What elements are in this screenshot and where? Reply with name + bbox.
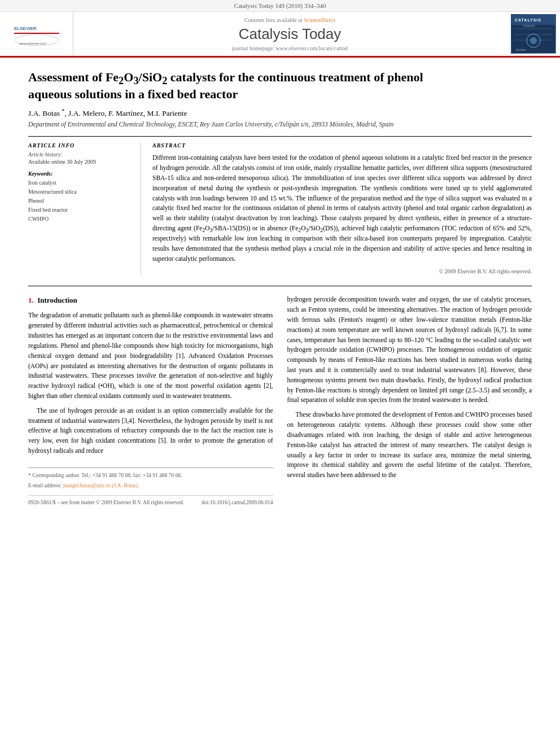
intro-para-1: The degradation of aromatic pollutants s… <box>28 311 273 401</box>
journal-citation-bar: Catalysis Today 149 (2010) 334–340 <box>0 0 560 12</box>
abstract-heading: ABSTRACT <box>152 142 532 148</box>
journal-header: ELSEVIER www.elsevier.com Contents lists… <box>0 12 560 58</box>
elsevier-logo-area: ELSEVIER www.elsevier.com <box>0 12 73 56</box>
affiliation-text: Department of Environmental and Chemical… <box>28 121 532 128</box>
journal-title-area: Contents lists available at ScienceDirec… <box>73 12 506 56</box>
section-1-heading: 1. Introduction <box>28 295 273 306</box>
body-right-column: hydrogen peroxide decomposition towards … <box>287 295 532 507</box>
article-info-left: Article info Article history: Available … <box>28 142 141 274</box>
authors-line: J.A. Botas *, J.A. Melero, F. Martínez, … <box>28 109 532 118</box>
keyword-mesostructured-silica: Mesostructured silica <box>28 187 132 196</box>
article-title: Assessment of Fe2O3/SiO2 catalysts for t… <box>28 69 532 102</box>
article-info-heading: Article info <box>28 142 132 148</box>
elsevier-logo-icon: ELSEVIER www.elsevier.com <box>11 19 62 50</box>
intro-para-4: These drawbacks have promoted the develo… <box>287 410 532 480</box>
journal-name: Catalysis Today <box>239 25 342 43</box>
sciencedirect-text: Contents lists available at ScienceDirec… <box>244 17 335 23</box>
intro-para-3: hydrogen peroxide decomposition towards … <box>287 295 532 405</box>
available-online-value: Available online 30 July 2009 <box>28 159 132 165</box>
svg-text:TODAY: TODAY <box>523 24 536 28</box>
article-history-label: Article history: <box>28 151 132 158</box>
copyright-line: © 2009 Elsevier B.V. All rights reserved… <box>152 268 532 274</box>
journal-homepage-label: journal homepage: www.elsevier.com/locat… <box>232 45 348 51</box>
journal-logo-area: CATALYSIS TODAY Elsevier <box>506 12 560 56</box>
footer-area: * Corresponding author. Tel.: +34 91 488… <box>28 468 273 507</box>
fe-sub1: 2 <box>119 75 124 86</box>
catalysis-logo: CATALYSIS TODAY Elsevier <box>511 14 556 54</box>
section-number: 1. <box>28 296 34 304</box>
keywords-label: Keywords: <box>28 171 132 177</box>
catalysis-cover-image: CATALYSIS TODAY Elsevier <box>511 15 555 53</box>
keyword-phenol: Phenol <box>28 196 132 206</box>
footer-bottom: 0920-5861/$ – see front matter © 2009 El… <box>28 495 273 507</box>
intro-para-2: The use of hydrogen peroxide as an oxida… <box>28 406 273 456</box>
svg-text:ELSEVIER: ELSEVIER <box>14 26 37 31</box>
body-columns: 1. Introduction The degradation of aroma… <box>28 295 532 507</box>
svg-text:www.elsevier.com: www.elsevier.com <box>19 42 46 45</box>
author-botas: J.A. Botas * <box>28 109 64 117</box>
svg-text:Elsevier: Elsevier <box>516 48 526 51</box>
journal-citation-text: Catalysis Today 149 (2010) 334–340 <box>234 2 326 9</box>
abstract-text: Different iron-containing catalysts have… <box>152 153 532 264</box>
sio2-sub: 2 <box>162 75 167 86</box>
svg-text:CATALYSIS: CATALYSIS <box>515 18 541 22</box>
fe-sub2: 3 <box>133 75 138 86</box>
article-abstract-area: ABSTRACT Different iron-containing catal… <box>152 142 532 274</box>
author-martinez: F. Martínez <box>108 109 143 117</box>
open-access-text: 0920-5861/$ – see front matter © 2009 El… <box>28 499 184 507</box>
keyword-fixed-bed: Fixed bed reactor <box>28 206 132 215</box>
doi-text: doi:10.1016/j.cattod.2009.06.014 <box>202 499 273 507</box>
email-link[interactable]: juangel.botas@urjc.es (J.A. Botas). <box>63 483 139 488</box>
author-melero: J.A. Melero <box>68 109 104 117</box>
body-left-column: 1. Introduction The degradation of aroma… <box>28 295 273 507</box>
keywords-section: Keywords: Iron catalyst Mesostructured s… <box>28 171 132 224</box>
article-info-row: Article info Article history: Available … <box>28 136 532 274</box>
sciencedirect-link[interactable]: ScienceDirect <box>304 17 335 23</box>
footnote-email: E-mail address: juangel.botas@urjc.es (J… <box>28 482 273 490</box>
section-divider <box>28 286 532 286</box>
keyword-iron-catalyst: Iron catalyst <box>28 178 132 187</box>
email-label: E-mail address: <box>28 483 62 488</box>
author-pariente: M.I. Pariente <box>147 109 187 117</box>
svg-point-11 <box>530 37 537 44</box>
keyword-cwhpo: CWHPO <box>28 215 132 224</box>
svg-rect-2 <box>14 33 59 34</box>
footnote-star: * Corresponding author. Tel.: +34 91 488… <box>28 471 273 480</box>
article-container: Assessment of Fe2O3/SiO2 catalysts for t… <box>0 58 560 518</box>
